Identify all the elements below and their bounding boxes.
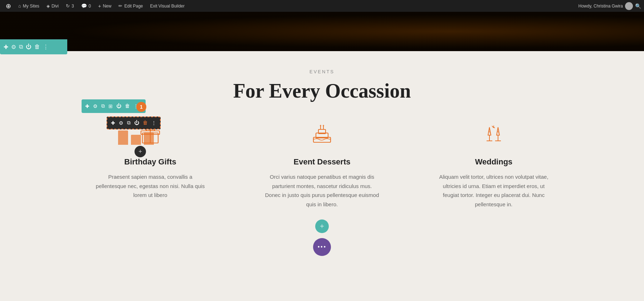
dark-more-icon[interactable]: ⋮ [151, 120, 156, 126]
green-row-toolbar: ✚ ⚙ ⧉ ⊞ ⏻ 🗑 ⋮ 1 [82, 99, 146, 113]
my-sites-menu[interactable]: ⌂ My Sites [15, 0, 42, 12]
wp-icon: ⊕ [6, 2, 11, 10]
add-module-button[interactable]: + [135, 146, 146, 157]
plus-icon: + [98, 3, 101, 9]
divi-label: Divi [52, 4, 59, 9]
new-label: New [103, 4, 111, 9]
wp-logo[interactable]: ⊕ [3, 0, 14, 12]
desserts-text: Orci varius natoque penatibus et magnis … [265, 172, 379, 209]
notification-badge: 1 [136, 102, 146, 112]
green-disable-icon[interactable]: ⏻ [116, 103, 121, 109]
feature-card-weddings: Weddings Aliquam velit tortor, ultrices … [415, 124, 572, 209]
admin-bar-right: Howdy, Christina Gwira 🔍 [579, 2, 641, 10]
edit-page-button[interactable]: ✏ Edit Page [116, 0, 146, 12]
weddings-title: Weddings [475, 157, 513, 167]
row-delete-icon[interactable]: 🗑 [34, 44, 40, 50]
hero-strip [0, 12, 644, 51]
add-section-button[interactable]: + [315, 219, 329, 233]
howdy-text: Howdy, Christina Gwira [579, 4, 623, 9]
green-delete-icon[interactable]: 🗑 [125, 103, 130, 109]
svg-point-17 [498, 131, 499, 132]
more-options-button[interactable]: ••• [313, 238, 331, 256]
updates-count: 3 [72, 4, 74, 9]
row-add-icon[interactable]: ✚ [4, 44, 8, 50]
avatar [625, 2, 633, 10]
exit-builder-label: Exit Visual Builder [150, 4, 185, 9]
add-module-icon: + [138, 148, 142, 156]
my-sites-label: My Sites [23, 4, 39, 9]
comments-count: 0 [89, 4, 91, 9]
green-col-icon[interactable]: ⊞ [108, 103, 113, 109]
dark-move-icon[interactable]: ✚ [111, 120, 115, 126]
weddings-text: Aliquam velit tortor, ultrices non volut… [436, 172, 551, 209]
svg-point-15 [489, 131, 490, 132]
birthday-text: Praesent sapien massa, convallis a pelle… [93, 172, 208, 200]
row-settings-icon[interactable]: ⚙ [11, 44, 16, 50]
dark-module-toolbar: ✚ ⚙ ⧉ ⏻ 🗑 ⋮ [107, 117, 161, 129]
dark-duplicate-icon[interactable]: ⧉ [127, 120, 131, 126]
dark-settings-icon[interactable]: ⚙ [119, 120, 123, 126]
section-title: For Every Occassion [7, 79, 637, 102]
admin-bar: ⊕ ⌂ My Sites ◈ Divi ↻ 3 💬 0 + New ✏ Edit… [0, 0, 644, 12]
divi-icon: ◈ [47, 4, 50, 9]
green-add-icon[interactable]: ✚ [85, 103, 89, 109]
new-button[interactable]: + New [95, 0, 114, 12]
feature-card-desserts: Event Desserts Orci varius natoque penat… [243, 124, 401, 209]
desserts-title: Event Desserts [294, 157, 351, 167]
updates-icon: ↻ [66, 3, 70, 9]
search-icon[interactable]: 🔍 [635, 3, 641, 9]
row-toolbar: ✚ ⚙ ⧉ ⏻ 🗑 ⋮ [0, 39, 67, 54]
comments-icon: 💬 [81, 3, 87, 9]
green-settings-icon[interactable]: ⚙ [93, 103, 98, 109]
dark-delete-icon[interactable]: 🗑 [143, 120, 148, 126]
updates-menu[interactable]: ↻ 3 [63, 0, 77, 12]
row-disable-icon[interactable]: ⏻ [26, 44, 31, 50]
section-label: EVENTS [7, 69, 637, 74]
weddings-icon [483, 124, 504, 149]
main-content: EVENTS For Every Occassion ✚ ⚙ ⧉ ⊞ ⏻ 🗑 ⋮… [0, 51, 644, 277]
divi-menu[interactable]: ◈ Divi [44, 0, 62, 12]
green-duplicate-icon[interactable]: ⧉ [101, 103, 105, 109]
comments-menu[interactable]: 💬 0 [78, 0, 94, 12]
dark-disable-icon[interactable]: ⏻ [134, 120, 139, 126]
sites-icon: ⌂ [18, 3, 21, 9]
dots-icon: ••• [318, 243, 327, 251]
row-duplicate-icon[interactable]: ⧉ [19, 44, 23, 50]
edit-page-label: Edit Page [124, 4, 143, 9]
row-more-icon[interactable]: ⋮ [43, 44, 49, 50]
exit-builder-button[interactable]: Exit Visual Builder [147, 0, 188, 12]
add-section-icon: + [320, 222, 324, 231]
desserts-icon [311, 124, 333, 149]
column-placeholder [118, 130, 154, 145]
birthday-title: Birthday Gifts [124, 157, 176, 167]
edit-icon: ✏ [118, 3, 122, 9]
